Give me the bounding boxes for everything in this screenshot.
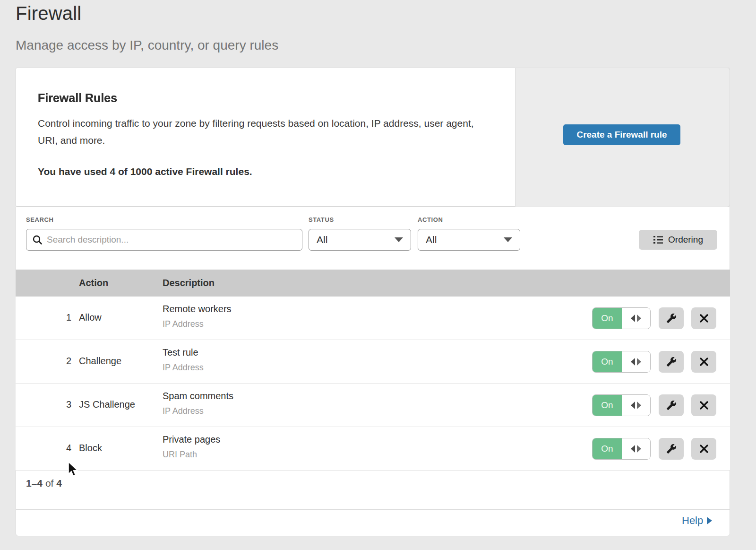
rule-match-type: IP Address [163,363,204,373]
pagination-status: 1–4 of 4 [26,478,62,489]
toggle-drag-handle[interactable] [622,351,650,372]
status-label: STATUS [309,216,334,223]
chevron-down-icon [504,237,512,242]
edit-rule-button[interactable] [659,438,684,460]
delete-rule-button[interactable] [691,307,716,329]
close-icon [699,314,709,323]
table-row: 4 Block Private pages URI Path On [16,427,730,471]
status-select-value: All [317,234,327,245]
arrow-left-icon [631,358,635,366]
rule-description: Test rule [163,347,198,358]
close-icon [699,357,709,367]
search-icon [32,235,43,245]
create-firewall-rule-button[interactable]: Create a Firewall rule [563,124,680,145]
arrow-right-icon [637,402,641,409]
toggle-on-label: On [593,395,622,416]
footer-divider [16,509,730,510]
rule-action: Challenge [79,356,121,367]
rule-priority: 1 [45,312,71,323]
arrow-left-icon [631,402,635,409]
toggle-on-label: On [593,351,622,372]
ordered-list-icon [653,235,663,244]
rule-description: Remote workers [163,304,232,314]
action-label: ACTION [418,216,443,223]
search-label: SEARCH [26,216,54,223]
action-select-value: All [426,234,437,245]
rule-match-type: URI Path [163,450,197,460]
rule-enabled-toggle[interactable]: On [592,307,651,329]
wrench-icon [666,400,677,410]
toggle-drag-handle[interactable] [622,438,650,459]
close-icon [699,444,709,454]
arrow-left-icon [631,314,635,322]
rule-match-type: IP Address [163,406,204,416]
table-header: Action Description [16,270,730,297]
toggle-drag-handle[interactable] [622,395,650,416]
search-box[interactable] [26,229,302,251]
page-title: Firewall [16,3,81,24]
chevron-down-icon [395,237,403,242]
wrench-icon [666,313,677,323]
rule-action: Block [79,443,102,454]
pagination-total: 4 [56,478,62,489]
rule-priority: 3 [45,399,71,410]
rule-description: Spam comments [163,391,233,402]
edit-rule-button[interactable] [659,394,684,416]
wrench-icon [666,444,677,454]
wrench-icon [666,357,677,367]
search-input[interactable] [47,235,296,245]
column-header-description: Description [163,278,215,288]
arrow-left-icon [631,445,635,453]
rule-enabled-toggle[interactable]: On [592,394,651,416]
close-icon [699,401,709,410]
ordering-button-label: Ordering [668,235,703,245]
help-link-label: Help [682,515,703,527]
rule-priority: 2 [45,356,71,367]
firewall-rules-heading: Firewall Rules [38,91,117,105]
delete-rule-button[interactable] [691,351,716,373]
table-row: 1 Allow Remote workers IP Address On [16,297,730,340]
pagination-of: of [45,478,54,489]
edit-rule-button[interactable] [659,351,684,373]
firewall-rules-description: Control incoming traffic to your zone by… [38,115,487,149]
ordering-button[interactable]: Ordering [639,230,717,250]
rule-action: Allow [79,312,102,323]
rule-match-type: IP Address [163,319,204,329]
rule-enabled-toggle[interactable]: On [592,438,651,460]
page-subtitle: Manage access by IP, country, or query r… [16,38,278,53]
arrow-right-icon [637,445,641,453]
arrow-right-icon [707,517,712,524]
table-row: 3 JS Challenge Spam comments IP Address … [16,384,730,427]
action-select[interactable]: All [418,229,520,251]
rule-priority: 4 [45,443,71,454]
rule-description: Private pages [163,434,220,445]
table-row: 2 Challenge Test rule IP Address On [16,340,730,384]
pagination-range: 1–4 [26,478,43,489]
delete-rule-button[interactable] [691,394,716,416]
column-header-action: Action [79,278,108,288]
firewall-rules-usage: You have used 4 of 1000 active Firewall … [38,166,252,177]
toggle-drag-handle[interactable] [622,308,650,329]
toggle-on-label: On [593,438,622,459]
edit-rule-button[interactable] [659,307,684,329]
arrow-right-icon [637,314,641,322]
status-select[interactable]: All [309,229,411,251]
rule-enabled-toggle[interactable]: On [592,351,651,373]
arrow-right-icon [637,358,641,366]
toggle-on-label: On [593,308,622,329]
delete-rule-button[interactable] [691,438,716,460]
help-link[interactable]: Help [682,515,712,527]
rule-action: JS Challenge [79,399,135,410]
